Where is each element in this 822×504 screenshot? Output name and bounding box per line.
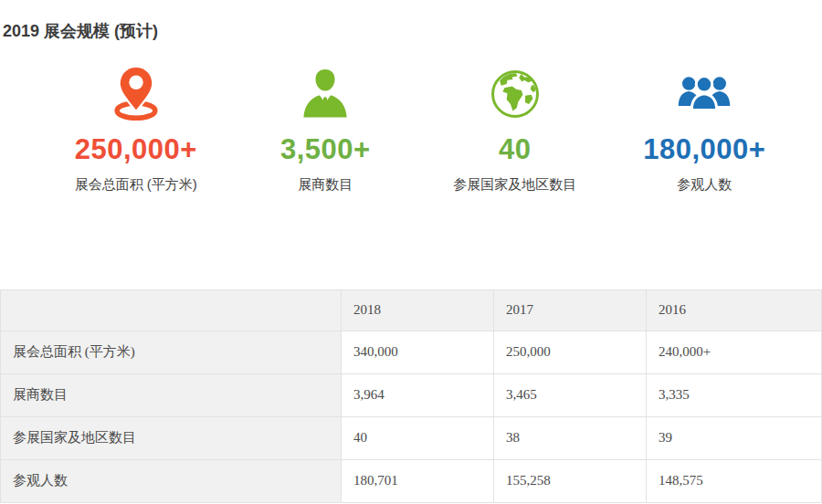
value-cell: 3,964 [342,374,494,417]
stat-card-total-area: 250,000+ 展会总面积 (平方米) [41,66,231,194]
table-row-total-area: 展会总面积 (平方米) 340,000 250,000 240,000+ [1,331,822,374]
table-header-cell-2016: 2016 [647,290,822,331]
page-title: 2019 展会规模 (预计) [3,22,822,40]
value-cell: 3,335 [647,374,822,417]
stats-row: 250,000+ 展会总面积 (平方米) 3,500+ 展商数目 [41,66,799,194]
value-cell: 155,258 [494,460,647,503]
value-cell: 3,465 [494,374,647,417]
stat-label: 展会总面积 (平方米) [41,176,231,194]
value-cell: 180,701 [342,460,494,503]
value-cell: 250,000 [494,331,647,374]
row-label-cell: 参观人数 [1,460,342,503]
value-cell: 38 [494,417,647,460]
table-header-cell-blank [1,290,342,331]
value-cell: 39 [647,417,822,460]
table-header-row: 2018 2017 2016 [1,290,822,331]
people-group-icon [610,66,800,122]
value-cell: 40 [342,417,494,460]
stat-value: 250,000+ [41,133,231,166]
table-header-cell-2017: 2017 [494,290,647,331]
stat-value: 180,000+ [610,133,800,166]
stat-label: 参观人数 [610,176,800,194]
row-label-cell: 展商数目 [1,374,342,417]
stat-card-exhibitors: 3,500+ 展商数目 [231,66,421,194]
map-pin-icon [41,66,231,122]
value-cell: 340,000 [342,331,494,374]
stat-card-visitors: 180,000+ 参观人数 [610,66,800,194]
table-row-exhibitors: 展商数目 3,964 3,465 3,335 [1,374,822,417]
stats-table: 2018 2017 2016 展会总面积 (平方米) 340,000 250,0… [0,289,822,503]
value-cell: 240,000+ [647,331,822,374]
globe-icon [420,66,610,122]
value-cell: 148,575 [647,460,822,503]
stat-label: 参展国家及地区数目 [420,176,610,194]
stat-value: 40 [420,133,610,166]
stat-card-countries: 40 参展国家及地区数目 [420,66,610,194]
table-header-cell-2018: 2018 [342,290,494,331]
businessman-icon [231,66,421,122]
row-label-cell: 展会总面积 (平方米) [1,331,342,374]
row-label-cell: 参展国家及地区数目 [1,417,342,460]
table-row-visitors: 参观人数 180,701 155,258 148,575 [1,460,822,503]
table-row-countries: 参展国家及地区数目 40 38 39 [1,417,822,460]
stat-label: 展商数目 [231,176,421,194]
stat-value: 3,500+ [231,133,421,166]
